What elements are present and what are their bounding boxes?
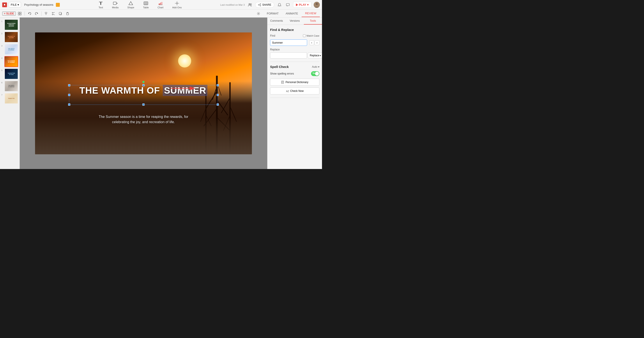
svg-point-39 bbox=[52, 14, 53, 15]
redo-button[interactable] bbox=[34, 11, 40, 17]
svg-point-25 bbox=[260, 5, 261, 6]
add-slide-label: + SLIDE bbox=[4, 12, 14, 15]
media-tool[interactable]: Media bbox=[110, 0, 120, 10]
spell-errors-row: Show spelling errors Yes bbox=[270, 71, 319, 76]
slide-thumb-4[interactable]: 4 THE WARMTHOF SUMMER bbox=[1, 56, 18, 67]
tools-tab[interactable]: Tools bbox=[304, 18, 322, 25]
top-bar: FILE ▾ Psychology of seasons Text Media … bbox=[0, 0, 322, 10]
find-nav-arrows: ‹ › bbox=[309, 40, 319, 45]
file-menu-button[interactable]: FILE ▾ bbox=[9, 2, 21, 8]
check-now-label: Check Now bbox=[290, 89, 304, 93]
share-button[interactable]: SHARE bbox=[255, 2, 274, 8]
slide-thumb-5[interactable]: 5 THE RHYTHMOF RAIN bbox=[1, 68, 18, 79]
chart-tool[interactable]: Chart bbox=[156, 0, 165, 10]
svg-point-22 bbox=[250, 4, 252, 5]
user-avatar[interactable] bbox=[314, 2, 320, 8]
versions-tab[interactable]: Versions bbox=[286, 18, 304, 25]
tool-bar: Text Media Shape Table Chart Add-Ons bbox=[62, 0, 218, 10]
auto-select-button[interactable]: Auto ▾ bbox=[312, 65, 319, 68]
svg-rect-4 bbox=[113, 2, 116, 5]
svg-rect-29 bbox=[286, 4, 289, 6]
replace-input-row: Replace ▾ bbox=[270, 52, 319, 59]
personal-dictionary-button[interactable]: Personal Dictionary bbox=[270, 79, 319, 86]
main-area: 1 TRANSITIONINGTHROUGHSEASONS 2 THE RUST… bbox=[0, 18, 322, 169]
svg-point-21 bbox=[249, 4, 250, 5]
arrow-indicator bbox=[171, 85, 197, 92]
svg-point-24 bbox=[258, 5, 259, 5]
slide-subtitle: The Summer season is a time for reaping … bbox=[61, 114, 226, 125]
slide-thumb-6[interactable]: 6 THE WINDSOF WINTER bbox=[1, 81, 18, 92]
right-panel-content: Find & Replace Find Match Case ‹ › Repla… bbox=[268, 25, 322, 169]
replace-button[interactable]: Replace ▾ bbox=[308, 53, 322, 58]
shape-tool-label: Shape bbox=[127, 6, 134, 9]
replace-label: Replace bbox=[270, 48, 280, 51]
auto-label: Auto bbox=[312, 65, 318, 68]
text-tool[interactable]: Text bbox=[96, 0, 105, 10]
doc-type-icon bbox=[56, 3, 60, 7]
svg-text:AZ: AZ bbox=[286, 90, 289, 93]
settings-icon[interactable] bbox=[256, 11, 262, 17]
show-errors-label: Show spelling errors bbox=[270, 72, 294, 75]
people-icon[interactable] bbox=[247, 2, 253, 8]
title-prefix: THE WARMTH OF bbox=[80, 85, 163, 96]
play-label: PLAY bbox=[299, 3, 306, 6]
svg-rect-2 bbox=[99, 2, 102, 2]
spell-check-title: Spell Check bbox=[270, 65, 289, 69]
match-case-label: Match Case bbox=[306, 35, 319, 37]
match-case-checkbox[interactable] bbox=[303, 35, 306, 37]
toolbar-divider bbox=[24, 12, 25, 16]
section-divider-2 bbox=[270, 98, 319, 98]
scissors-icon[interactable] bbox=[50, 11, 56, 17]
second-toolbar: + SLIDE FORMAT ANIMATE REVIEW bbox=[0, 10, 322, 18]
svg-marker-6 bbox=[129, 2, 133, 5]
svg-line-27 bbox=[259, 5, 260, 6]
copy-icon[interactable] bbox=[58, 11, 64, 17]
svg-point-23 bbox=[260, 4, 261, 5]
svg-line-40 bbox=[53, 12, 55, 13]
toggle-knob bbox=[315, 72, 319, 76]
match-case-option[interactable]: Match Case bbox=[303, 35, 319, 37]
slide-canvas[interactable]: THE WARMTH OF SUMMER The Summer season i… bbox=[35, 33, 252, 154]
media-tool-label: Media bbox=[112, 6, 118, 9]
chart-tool-label: Chart bbox=[158, 6, 164, 9]
spell-check-toggle[interactable]: Yes bbox=[311, 71, 319, 76]
layout-icon[interactable] bbox=[17, 11, 23, 17]
svg-rect-36 bbox=[20, 14, 21, 15]
replace-chevron-icon: ▾ bbox=[320, 54, 321, 57]
message-icon[interactable] bbox=[285, 2, 291, 8]
paint-format-icon[interactable] bbox=[43, 11, 50, 17]
slide-thumb-1[interactable]: 1 TRANSITIONINGTHROUGHSEASONS bbox=[1, 19, 18, 30]
find-prev-button[interactable]: ‹ bbox=[309, 40, 314, 45]
notification-icon[interactable] bbox=[276, 2, 282, 8]
add-slide-button[interactable]: + SLIDE bbox=[2, 12, 16, 16]
svg-line-41 bbox=[53, 14, 55, 15]
paste-icon[interactable] bbox=[64, 11, 70, 17]
find-label: Find bbox=[270, 34, 303, 37]
check-now-button[interactable]: AZ Check Now bbox=[270, 88, 319, 95]
share-label: SHARE bbox=[262, 3, 271, 6]
find-replace-title: Find & Replace bbox=[270, 28, 319, 32]
find-input[interactable] bbox=[270, 40, 307, 46]
last-modified-label: Last modified on Mar 3 bbox=[220, 4, 245, 6]
slide-subtitle-container[interactable]: The Summer season is a time for reaping … bbox=[61, 110, 226, 125]
slide-thumb-3[interactable]: 3 THE GRACEOF SPRING bbox=[1, 44, 18, 55]
play-button[interactable]: PLAY ▾ bbox=[293, 2, 312, 8]
svg-rect-35 bbox=[18, 14, 20, 15]
slide-thumb-2[interactable]: 2 THE RUST OFAUTUMN bbox=[1, 32, 18, 43]
table-tool[interactable]: Table bbox=[141, 0, 150, 10]
review-tab[interactable]: REVIEW bbox=[302, 10, 320, 17]
comments-tab[interactable]: Comments bbox=[268, 18, 286, 25]
slide-sun bbox=[178, 54, 191, 68]
animate-tab[interactable]: ANIMATE bbox=[282, 10, 302, 17]
format-tab[interactable]: FORMAT bbox=[263, 10, 282, 17]
slide-thumb-7[interactable]: 7 THANK YOU bbox=[1, 93, 18, 104]
addons-tool[interactable]: Add-Ons bbox=[170, 0, 183, 10]
find-next-button[interactable]: › bbox=[314, 40, 319, 45]
file-label: FILE bbox=[11, 3, 17, 6]
shape-tool[interactable]: Shape bbox=[126, 0, 136, 10]
addons-tool-label: Add-Ons bbox=[172, 6, 182, 9]
text-tool-label: Text bbox=[98, 6, 103, 9]
svg-point-38 bbox=[52, 12, 53, 13]
replace-input[interactable] bbox=[270, 52, 307, 59]
undo-button[interactable] bbox=[26, 11, 33, 17]
